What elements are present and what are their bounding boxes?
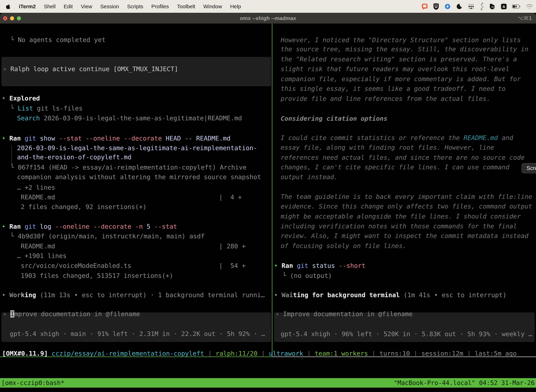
thinking-line: slight risk that future readers may over… (281, 64, 509, 74)
menu-item-help[interactable]: Help (230, 4, 241, 9)
screen-overlay-pill[interactable]: Scre (522, 163, 536, 173)
omx-status-line: [OMX#0.11.9] cczip/essay/ai-reimplementa… (2, 349, 517, 359)
text-segment: HEAD (162, 135, 181, 142)
tmux-session-label: [omx-cczip0:bash* (1, 378, 64, 387)
menu-bar: iTerm2ShellEditViewSessionScriptsProfile… (0, 0, 536, 13)
text-segment: [OMX#0.11.9] (2, 350, 48, 357)
left-session-stats-line: gpt-5.4 xhigh · main · 91% left · 2.31M … (10, 329, 265, 339)
explored-search-line: Search 2026-03-09-is-legal-the-same-as-l… (17, 113, 242, 123)
text-segment: README.md (192, 135, 230, 142)
text-segment: changes, I can't cite specific file line… (281, 163, 509, 171)
text-segment: › (3, 310, 10, 317)
text-segment: I could cite commit statistics or refere… (281, 134, 464, 141)
left-input-line: › Improve documentation in @filename (3, 309, 140, 319)
text-segment: --oneline --decorate -n (51, 223, 143, 230)
text-segment: | (410, 350, 421, 357)
pane-divider[interactable] (272, 23, 273, 357)
ran-git-log-line: • Ran git log --oneline --decorate -n 5 … (2, 222, 177, 232)
pie-circle-icon[interactable] (456, 3, 463, 10)
thinking-line: including verification notes with those … (281, 221, 517, 231)
title-bar[interactable]: omx --xhigh --madmax ⌥⌘1 (0, 13, 536, 23)
letter-a-badge-icon[interactable]: A (500, 3, 507, 10)
text-segment: status (308, 262, 335, 269)
text-segment: slight risk that future readers may over… (281, 65, 509, 73)
git-show-output-line: 2 files changed, 92 insertions(+) (21, 202, 147, 212)
text-segment: └ (no output) (282, 272, 332, 279)
thinking-heading-line: Considering citation options (281, 114, 388, 123)
text-segment: ultrawork (269, 350, 303, 357)
text-segment: README.md | 4 + (21, 194, 242, 201)
thinking-line: the "Related research writing" section i… (281, 54, 517, 64)
text-segment: README.md (464, 134, 498, 141)
text-segment: turns:10 (379, 350, 410, 357)
thinking-line: essay file, along with finding root file… (281, 143, 494, 152)
thinking-line: review. Also, I might want to inspect th… (281, 231, 528, 241)
text-segment: gpt-5.4 xhigh · 96% left · 520K in · 5.8… (281, 330, 532, 338)
svg-text:A: A (502, 5, 505, 9)
squiggle-icon[interactable] (479, 3, 484, 10)
agents-status-line: └ No agents completed yet (10, 35, 105, 45)
menu-item-view[interactable]: View (81, 4, 92, 9)
text-segment: List (18, 105, 33, 112)
thinking-line: of focusing solely on file lines. (281, 241, 407, 251)
git-status-output-line: └ (no output) (282, 271, 332, 281)
text-segment: … +1901 lines (17, 252, 67, 259)
menu-item-profiles[interactable]: Profiles (151, 4, 169, 9)
menu-item-session[interactable]: Session (100, 4, 119, 9)
text-segment: session:12m (421, 350, 463, 357)
dots-grid-icon[interactable] (468, 3, 475, 10)
tmux-host-clock-label: "MacBook-Pro-44.local" 04:52 31-Mar-26 (394, 378, 535, 387)
text-segment: log (36, 223, 51, 230)
menu-item-shell[interactable]: Shell (44, 4, 56, 9)
text-segment: Wor (9, 291, 21, 299)
badge-61-icon[interactable]: ..61 (489, 3, 496, 10)
text-segment: • (2, 291, 9, 299)
git-show-output-line: README.md | 4 + (21, 192, 242, 202)
text-segment: The team guideline is to back every impo… (281, 193, 532, 200)
text-segment: 2026-03-09-is-legal-the-same-as-legitima… (40, 115, 242, 122)
menu-item-toolbelt[interactable]: Toolbelt (177, 4, 195, 9)
text-segment: this single essay, it seems like a good … (281, 85, 506, 92)
text-segment: 2026-03-09-is-legal-the-same-as-legitima… (17, 144, 257, 152)
thinking-line: evidence. Since this change only affects… (281, 201, 532, 211)
explored-list-line: └ List git ls-files (10, 103, 83, 113)
text-segment: git (293, 262, 308, 269)
git-log-output-line: … +1901 lines (17, 251, 67, 261)
thinking-line: companion file, especially if more comme… (281, 74, 521, 84)
text-segment: git (21, 223, 36, 230)
svg-text:..61: ..61 (490, 6, 494, 9)
text-segment: • (274, 291, 282, 299)
chat-app-icon[interactable] (421, 3, 428, 10)
text-segment: I (10, 310, 14, 317)
wifi-icon[interactable] (526, 4, 533, 9)
text-segment: | (368, 350, 379, 357)
git-log-output-line: README.md | 280 + (21, 241, 246, 251)
desktop: iTerm2ShellEditViewSessionScriptsProfile… (0, 0, 536, 392)
menu-item-scripts[interactable]: Scripts (127, 4, 143, 9)
thinking-line: output instead. (281, 172, 338, 182)
text-segment: and (498, 134, 513, 141)
keyboard-shield-icon[interactable] (433, 3, 439, 10)
text-segment: companion analysis without altering the … (17, 173, 261, 181)
text-segment: 5 (143, 223, 150, 230)
menu-item-edit[interactable]: Edit (64, 4, 73, 9)
blue-bolt-badge-icon[interactable] (444, 3, 451, 10)
battery-icon[interactable] (512, 4, 521, 9)
text-segment: • (274, 262, 282, 269)
menu-item-iterm2[interactable]: iTerm2 (19, 4, 36, 9)
thinking-line: provide file and line references from th… (281, 94, 490, 104)
text-segment: └ 067f154 (HEAD -> essay/ai-reimplementa… (10, 164, 247, 171)
text-segment: › Improve documentation in @filename (275, 310, 412, 317)
text-segment: • (2, 135, 9, 142)
git-show-arg-wrap-line: 2026-03-09-is-legal-the-same-as-legitima… (17, 143, 257, 153)
text-segment: companion file, especially if more comme… (281, 75, 521, 83)
text-segment: ting for background terminal (293, 291, 400, 299)
thinking-line: changes, I can't cite specific file line… (281, 162, 509, 172)
menu-item-window[interactable]: Window (203, 4, 222, 9)
text-segment: cczip/essay/ai-reimplementation-copyleft (48, 350, 204, 357)
text-segment: of focusing solely on file lines. (281, 242, 407, 249)
thinking-line: might be acceptable alongside the file l… (281, 211, 521, 221)
right-session-stats-line: gpt-5.4 xhigh · 96% left · 520K in · 5.8… (281, 329, 532, 339)
text-segment: 1903 files changed, 513517 insertions(+) (21, 272, 173, 279)
apple-menu-icon[interactable] (5, 4, 10, 9)
